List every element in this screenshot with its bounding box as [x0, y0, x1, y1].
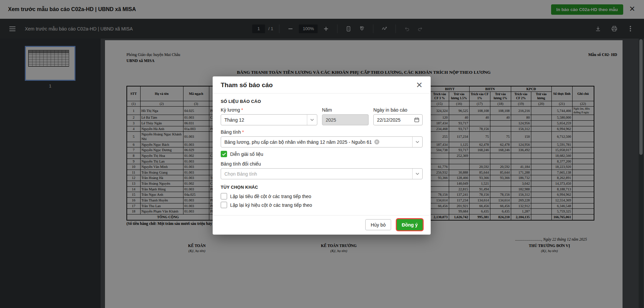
repeat-symbol-checkbox-row[interactable]: Lặp lại ký hiệu cột ở các trang tiếp the… [221, 202, 423, 208]
section-report-data: SỐ LIỆU BÁO CÁO [221, 99, 423, 104]
repeat-header-checkbox-row[interactable]: Lặp lại tiêu đề cột ở các trang tiếp the… [221, 193, 423, 199]
cancel-button[interactable]: Hủy bỏ [365, 219, 391, 230]
explain-data-checkbox-row[interactable]: Diễn giải số liệu [221, 151, 423, 157]
compare-worksheet-placeholder: Chọn Bảng tính [224, 171, 257, 177]
year-label: Năm [322, 107, 369, 113]
dialog-close-icon[interactable]: ✕ [416, 81, 423, 89]
worksheet-label: Bảng tính * [221, 129, 423, 135]
calendar-icon[interactable] [414, 117, 420, 124]
dialog-title: Tham số báo cáo [221, 81, 273, 89]
salary-period-value: Tháng 12 [224, 117, 244, 123]
worksheet-select[interactable]: Bảng lương, phụ cấp cán bộ nhân viên thá… [221, 136, 423, 147]
ok-button[interactable]: Đồng ý [397, 219, 423, 230]
chevron-down-icon [412, 137, 422, 147]
worksheet-value: Bảng lương, phụ cấp cán bộ nhân viên thá… [224, 139, 372, 145]
year-field: 2025 [322, 114, 369, 125]
compare-worksheet-label: Bảng tính đối chiếu [221, 161, 423, 167]
print-date-field[interactable]: 22/12/2025 [373, 114, 423, 125]
print-date-label: Ngày in báo cáo [373, 107, 423, 113]
year-value: 2025 [326, 117, 336, 123]
repeat-header-label: Lặp lại tiêu đề cột ở các trang tiếp the… [230, 194, 311, 199]
section-other-options: TÙY CHỌN KHÁC [221, 185, 423, 190]
explain-data-label: Diễn giải số liệu [230, 151, 263, 157]
salary-period-select[interactable]: Tháng 12 [221, 114, 317, 125]
clear-selection-icon[interactable]: ✕ [374, 139, 379, 144]
chevron-down-icon [307, 115, 317, 125]
compare-worksheet-select[interactable]: Chọn Bảng tính [221, 168, 423, 179]
report-parameters-dialog: Tham số báo cáo ✕ SỐ LIỆU BÁO CÁO Kỳ lươ… [213, 76, 431, 235]
chevron-down-icon [412, 169, 422, 179]
print-date-value: 22/12/2025 [377, 117, 400, 123]
repeat-symbol-label: Lặp lại ký hiệu cột ở các trang tiếp the… [230, 202, 312, 208]
salary-period-label: Kỳ lương * [221, 107, 317, 113]
checkbox-repeat-header[interactable] [221, 193, 227, 199]
checkbox-explain-data[interactable] [221, 151, 227, 157]
checkbox-repeat-symbol[interactable] [221, 202, 227, 208]
